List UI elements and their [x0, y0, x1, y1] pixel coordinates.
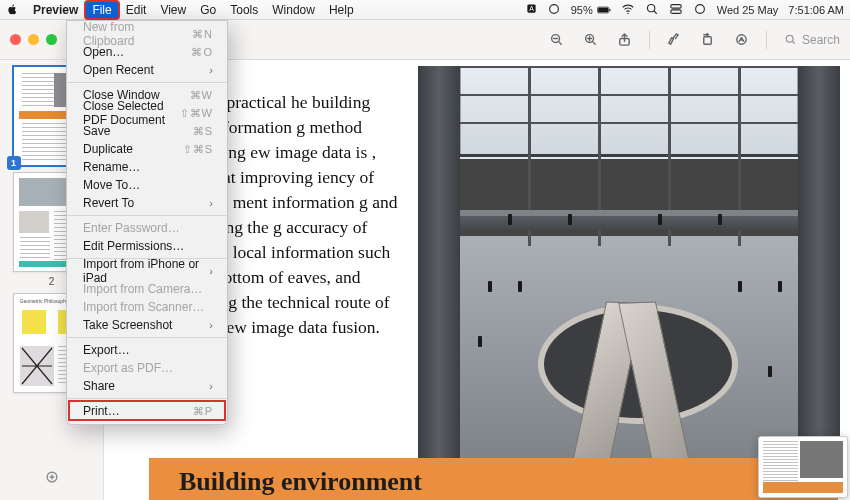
menu-item-share[interactable]: Share› [67, 377, 227, 395]
menu-help[interactable]: Help [322, 1, 361, 19]
sidebar-add-button[interactable] [39, 464, 65, 494]
menu-item-enter-password: Enter Password… [67, 219, 227, 237]
menu-window[interactable]: Window [265, 1, 322, 19]
page-number-label: 2 [49, 276, 55, 287]
rotate-button[interactable] [695, 28, 721, 52]
fullscreen-window-button[interactable] [46, 34, 57, 45]
macro-icon[interactable] [547, 2, 561, 18]
highlight-button[interactable] [661, 28, 687, 52]
battery-status[interactable]: 95% [571, 3, 611, 17]
page-badge: 1 [7, 156, 21, 170]
page-overview-panel[interactable] [758, 436, 848, 498]
svg-point-2 [549, 4, 558, 13]
menu-item-edit-permissions[interactable]: Edit Permissions… [67, 237, 227, 255]
menubar-time[interactable]: 7:51:06 AM [788, 4, 844, 16]
wifi-icon[interactable] [621, 2, 635, 18]
menu-view[interactable]: View [153, 1, 193, 19]
svg-point-17 [786, 35, 793, 42]
menu-item-close-selected-pdf-document[interactable]: Close Selected PDF Document⇧⌘W [67, 104, 227, 122]
svg-rect-9 [671, 9, 682, 13]
share-button[interactable] [612, 28, 638, 52]
menu-tools[interactable]: Tools [223, 1, 265, 19]
svg-rect-5 [609, 8, 610, 10]
traffic-lights [10, 34, 57, 45]
menu-item-export-as-pdf: Export as PDF… [67, 359, 227, 377]
file-menu-dropdown: New from Clipboard⌘NOpen…⌘OOpen Recent›C… [66, 20, 228, 425]
menu-go[interactable]: Go [193, 1, 223, 19]
menu-item-export[interactable]: Export… [67, 341, 227, 359]
svg-point-10 [695, 4, 704, 13]
control-center-icon[interactable] [669, 2, 683, 18]
input-menu-icon[interactable]: A [526, 3, 537, 16]
markup-button[interactable] [729, 28, 755, 52]
svg-point-6 [627, 12, 628, 13]
search-field[interactable]: Search [784, 33, 840, 47]
search-icon [784, 33, 797, 46]
document-heading: Building environment [179, 467, 422, 497]
menu-item-rename[interactable]: Rename… [67, 158, 227, 176]
svg-rect-4 [598, 7, 608, 12]
menu-edit[interactable]: Edit [119, 1, 154, 19]
menu-item-import-from-camera: Import from Camera… [67, 280, 227, 298]
menu-item-print[interactable]: Print…⌘P [67, 402, 227, 420]
menu-item-take-screenshot[interactable]: Take Screenshot› [67, 316, 227, 334]
svg-rect-8 [671, 4, 682, 8]
menu-item-open-recent[interactable]: Open Recent› [67, 61, 227, 79]
zoom-out-button[interactable] [544, 28, 570, 52]
minimize-window-button[interactable] [28, 34, 39, 45]
menu-item-revert-to[interactable]: Revert To› [67, 194, 227, 212]
battery-percent: 95% [571, 4, 593, 16]
svg-text:A: A [529, 5, 534, 12]
siri-icon[interactable] [693, 2, 707, 18]
close-window-button[interactable] [10, 34, 21, 45]
menu-status-area: A 95% Wed 25 May 7:51:06 AM [526, 2, 844, 18]
menu-item-new-from-clipboard: New from Clipboard⌘N [67, 25, 227, 43]
menu-item-move-to[interactable]: Move To… [67, 176, 227, 194]
menu-item-import-from-scanner: Import from Scanner… [67, 298, 227, 316]
spotlight-icon[interactable] [645, 2, 659, 18]
zoom-in-button[interactable] [578, 28, 604, 52]
apple-menu-icon[interactable] [6, 4, 18, 16]
svg-rect-15 [704, 37, 712, 45]
menu-app-name[interactable]: Preview [26, 1, 85, 19]
macos-menu-bar: Preview File Edit View Go Tools Window H… [0, 0, 850, 20]
menubar-date[interactable]: Wed 25 May [717, 4, 779, 16]
document-photo [418, 66, 840, 490]
menu-item-duplicate[interactable]: Duplicate⇧⌘S [67, 140, 227, 158]
menu-item-import-from-iphone-or-ipad[interactable]: Import from iPhone or iPad› [67, 262, 227, 280]
svg-point-7 [647, 4, 654, 11]
menu-file[interactable]: File [85, 1, 118, 19]
search-placeholder: Search [802, 33, 840, 47]
document-heading-band: Building environment [149, 458, 838, 500]
